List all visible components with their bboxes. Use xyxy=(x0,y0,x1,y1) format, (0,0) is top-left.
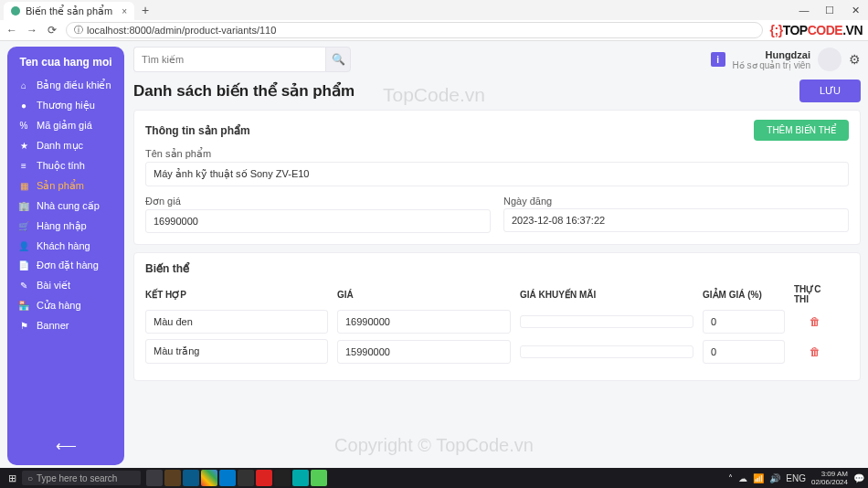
clock-time: 3:09 AM xyxy=(811,470,848,478)
tray-chevron-icon[interactable]: ˄ xyxy=(728,473,733,483)
browser-tab[interactable]: Biến thể sản phẩm × xyxy=(4,2,134,20)
tab-close-icon[interactable]: × xyxy=(122,6,127,16)
window-close[interactable]: ✕ xyxy=(842,5,868,16)
search-input[interactable] xyxy=(133,47,325,72)
tray-notifications-icon[interactable]: 💬 xyxy=(853,473,864,483)
taskbar-app-6[interactable] xyxy=(274,470,291,486)
price-value: 16990000 xyxy=(145,209,491,233)
nav-reload-icon[interactable]: ⟳ xyxy=(46,24,58,37)
info-badge[interactable]: i xyxy=(711,52,725,67)
variant-discount-input[interactable]: 0 xyxy=(703,310,785,334)
sidebar-item-icon: ● xyxy=(18,101,29,111)
taskbar-app-4[interactable] xyxy=(238,470,254,486)
variant-price-input[interactable]: 15990000 xyxy=(337,340,511,364)
sidebar-item-label: Thương hiệu xyxy=(37,100,95,111)
price-label: Đơn giá xyxy=(145,196,491,207)
trash-icon[interactable]: 🗑 xyxy=(794,345,835,358)
sidebar-item[interactable]: 🏪Cửa hàng xyxy=(15,296,117,315)
taskbar-app-1[interactable] xyxy=(146,470,163,486)
sidebar-item[interactable]: 🛒Hàng nhập xyxy=(15,217,117,236)
variant-combo-input[interactable]: Màu trắng xyxy=(145,339,328,364)
sidebar: Ten cua hang moi ⌂Bảng điều khiển●Thương… xyxy=(7,47,124,465)
taskbar-app-3[interactable] xyxy=(183,470,199,486)
user-name: Hungdzai xyxy=(733,49,810,60)
sidebar-item-label: Đơn đặt hàng xyxy=(37,260,99,271)
taskbar-app-5[interactable] xyxy=(256,470,272,486)
sidebar-item-icon: 👤 xyxy=(18,241,29,251)
window-minimize[interactable]: — xyxy=(791,5,817,16)
sidebar-item-icon: ✎ xyxy=(18,281,29,291)
sidebar-item[interactable]: ✎Bài viết xyxy=(15,276,117,295)
tray-volume-icon[interactable]: 🔊 xyxy=(769,473,780,483)
variant-card: Biến thể KẾT HỢP GIÁ GIÁ KHUYẾN MÃI GIẢM… xyxy=(133,252,861,381)
search-icon: 🔍 xyxy=(332,53,345,66)
url-text: localhost:8000/admin/product-variants/11… xyxy=(87,24,276,37)
variant-price-input[interactable]: 16990000 xyxy=(337,310,511,334)
page-header: Danh sách biến thể sản phẩm LƯU xyxy=(133,80,861,102)
taskbar-chrome[interactable] xyxy=(201,470,217,486)
product-info-card: Thông tin sản phẩm THÊM BIẾN THỂ Tên sản… xyxy=(133,110,861,245)
sidebar-item-icon: 🏢 xyxy=(18,201,29,211)
taskbar: ⊞ ○ Type here to search ˄ ☁ 📶 🔊 ENG 3:09… xyxy=(0,468,868,488)
col-discount: GIẢM GIÁ (%) xyxy=(703,290,785,300)
tray-wifi-icon[interactable]: 📶 xyxy=(753,473,764,483)
taskbar-search[interactable]: ○ Type here to search xyxy=(22,471,141,485)
url-input[interactable]: ⓘ localhost:8000/admin/product-variants/… xyxy=(66,22,763,38)
sidebar-item-label: Thuộc tính xyxy=(37,160,85,172)
variant-combo-input[interactable]: Màu đen xyxy=(145,310,328,334)
app-container: Ten cua hang moi ⌂Bảng điều khiển●Thương… xyxy=(0,41,868,469)
variant-row: Màu trắng159900000🗑 xyxy=(145,339,849,364)
sidebar-item[interactable]: %Mã giảm giá xyxy=(15,116,117,135)
main-content: 🔍 i Hungdzai Hồ sơ quản trị viên ⚙ Danh … xyxy=(133,47,861,465)
tab-title: Biến thể sản phẩm xyxy=(26,5,112,17)
sidebar-item[interactable]: 📄Đơn đặt hàng xyxy=(15,256,117,275)
gear-icon[interactable]: ⚙ xyxy=(849,52,861,67)
sidebar-item-icon: 🛒 xyxy=(18,221,29,231)
sidebar-item-label: Bảng điều khiển xyxy=(37,80,111,91)
variant-promo-input[interactable] xyxy=(520,345,693,358)
new-tab-button[interactable]: + xyxy=(134,3,156,17)
add-variant-button[interactable]: THÊM BIẾN THỂ xyxy=(754,120,849,141)
sidebar-item[interactable]: ≡Thuộc tính xyxy=(15,156,117,175)
window-maximize[interactable]: ☐ xyxy=(817,5,842,16)
avatar[interactable] xyxy=(818,48,842,71)
sidebar-item[interactable]: 🏢Nhà cung cấp xyxy=(15,196,117,216)
sidebar-collapse-icon[interactable]: ⟵ xyxy=(15,437,117,458)
taskbar-tray: ˄ ☁ 📶 🔊 ENG 3:09 AM 02/06/2024 💬 xyxy=(728,470,864,486)
sidebar-item[interactable]: ★Danh mục xyxy=(15,136,117,155)
tab-favicon xyxy=(11,6,20,16)
col-promo: GIÁ KHUYẾN MÃI xyxy=(520,290,693,300)
sidebar-item-icon: 📄 xyxy=(18,260,29,271)
sidebar-nav: ⌂Bảng điều khiển●Thương hiệu%Mã giảm giá… xyxy=(15,76,117,334)
sidebar-item-icon: % xyxy=(18,121,29,131)
taskbar-app-2[interactable] xyxy=(164,470,181,486)
date-value: 2023-12-08 16:37:22 xyxy=(503,208,849,232)
nav-forward-icon[interactable]: → xyxy=(26,24,38,37)
variant-promo-input[interactable] xyxy=(520,315,693,328)
sidebar-item[interactable]: ●Thương hiệu xyxy=(15,96,117,115)
taskbar-app-7[interactable] xyxy=(292,470,309,486)
variant-discount-input[interactable]: 0 xyxy=(703,340,785,364)
tray-lang[interactable]: ENG xyxy=(786,473,806,483)
product-name-label: Tên sản phẩm xyxy=(145,148,849,160)
trash-icon[interactable]: 🗑 xyxy=(794,315,835,328)
tab-bar: Biến thể sản phẩm × + — ☐ ✕ xyxy=(0,0,868,20)
taskbar-clock[interactable]: 3:09 AM 02/06/2024 xyxy=(811,470,848,486)
sidebar-item[interactable]: ⚑Banner xyxy=(15,316,117,334)
nav-back-icon[interactable]: ← xyxy=(5,24,18,37)
product-info-title: Thông tin sản phẩm xyxy=(145,124,250,137)
col-action: THỰC THI xyxy=(794,284,835,304)
sidebar-item[interactable]: ⌂Bảng điều khiển xyxy=(15,76,117,95)
sidebar-item-label: Cửa hàng xyxy=(37,300,81,312)
search-button[interactable]: 🔍 xyxy=(325,47,351,72)
taskbar-app-8[interactable] xyxy=(311,470,327,486)
taskbar-vscode[interactable] xyxy=(219,470,236,486)
address-bar: ← → ⟳ ⓘ localhost:8000/admin/product-var… xyxy=(0,20,868,40)
save-button[interactable]: LƯU xyxy=(799,80,861,102)
sidebar-item[interactable]: ▦Sản phẩm xyxy=(15,176,117,196)
sidebar-item-icon: 🏪 xyxy=(18,301,29,311)
sidebar-item-label: Mã giảm giá xyxy=(37,120,92,132)
tray-cloud-icon[interactable]: ☁ xyxy=(738,473,747,483)
start-button[interactable]: ⊞ xyxy=(4,470,20,486)
sidebar-item[interactable]: 👤Khách hàng xyxy=(15,237,117,255)
